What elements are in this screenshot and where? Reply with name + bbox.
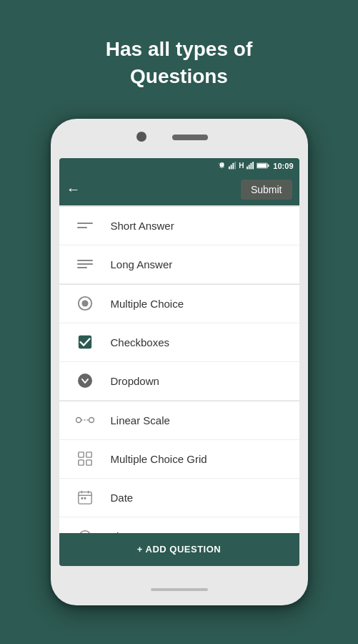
short-answer-label: Short Answer (111, 220, 174, 232)
linear-scale-icon (74, 409, 96, 431)
svg-rect-3 (234, 162, 236, 170)
submit-button[interactable]: Submit (241, 180, 292, 200)
question-type-menu: Short Answer Long Answer (59, 205, 299, 533)
alarm-icon (218, 162, 226, 170)
menu-item-long-answer[interactable]: Long Answer (59, 245, 299, 284)
menu-item-checkboxes[interactable]: Checkboxes (59, 323, 299, 362)
app-bar: ← Submit (59, 174, 299, 205)
phone-mockup: H 10:09 ← Submit (51, 119, 308, 605)
svg-rect-21 (86, 460, 91, 465)
svg-rect-2 (233, 163, 234, 170)
svg-rect-6 (251, 163, 252, 170)
multiple-choice-label: Multiple Choice (111, 298, 184, 310)
status-icons: H 10:09 (218, 162, 293, 170)
battery-icon (257, 162, 269, 170)
status-time: 10:09 (273, 162, 293, 170)
network-type: H (239, 162, 244, 170)
svg-rect-26 (81, 497, 83, 499)
menu-item-time[interactable]: Time (59, 517, 299, 533)
home-indicator (151, 588, 208, 591)
svg-rect-5 (249, 165, 250, 169)
svg-point-17 (89, 418, 94, 423)
phone-speaker (172, 135, 208, 140)
long-answer-label: Long Answer (111, 258, 173, 270)
svg-rect-20 (78, 460, 83, 465)
add-question-label: + ADD QUESTION (137, 544, 221, 555)
linear-scale-label: Linear Scale (111, 414, 170, 426)
svg-rect-10 (257, 164, 267, 167)
checkboxes-label: Checkboxes (111, 336, 170, 348)
menu-item-short-answer[interactable]: Short Answer (59, 207, 299, 245)
short-answer-icon (74, 214, 96, 237)
back-button[interactable]: ← (66, 181, 81, 197)
dropdown-label: Dropdown (111, 375, 159, 387)
svg-point-12 (81, 301, 88, 307)
svg-point-15 (76, 418, 81, 423)
date-label: Date (111, 492, 134, 504)
multiple-choice-icon (74, 292, 96, 315)
svg-point-14 (78, 374, 92, 388)
svg-rect-4 (247, 167, 248, 170)
date-icon (74, 486, 96, 509)
svg-rect-19 (86, 452, 91, 457)
menu-item-date[interactable]: Date (59, 479, 299, 517)
long-answer-icon (74, 253, 96, 275)
svg-rect-7 (253, 162, 254, 170)
headline: Has all types of Questions (58, 36, 301, 90)
checkboxes-icon (74, 331, 96, 353)
time-icon (74, 525, 96, 533)
status-bar: H 10:09 (59, 158, 299, 174)
phone-screen: H 10:09 ← Submit (59, 158, 299, 566)
menu-item-grid[interactable]: Multiple Choice Grid (59, 440, 299, 479)
grid-label: Multiple Choice Grid (111, 453, 207, 465)
svg-rect-1 (231, 165, 232, 169)
menu-item-multiple-choice[interactable]: Multiple Choice (59, 285, 299, 323)
svg-rect-18 (78, 452, 83, 457)
menu-item-dropdown[interactable]: Dropdown (59, 362, 299, 401)
menu-item-linear-scale[interactable]: Linear Scale (59, 401, 299, 440)
signal-icon-2 (246, 162, 254, 170)
dropdown-icon (74, 369, 96, 392)
svg-rect-27 (84, 497, 86, 499)
add-question-bar[interactable]: + ADD QUESTION (59, 533, 299, 566)
phone-camera (136, 132, 146, 142)
svg-rect-9 (268, 165, 269, 167)
signal-icon (228, 162, 237, 170)
grid-icon (74, 447, 96, 470)
svg-rect-0 (229, 167, 230, 170)
